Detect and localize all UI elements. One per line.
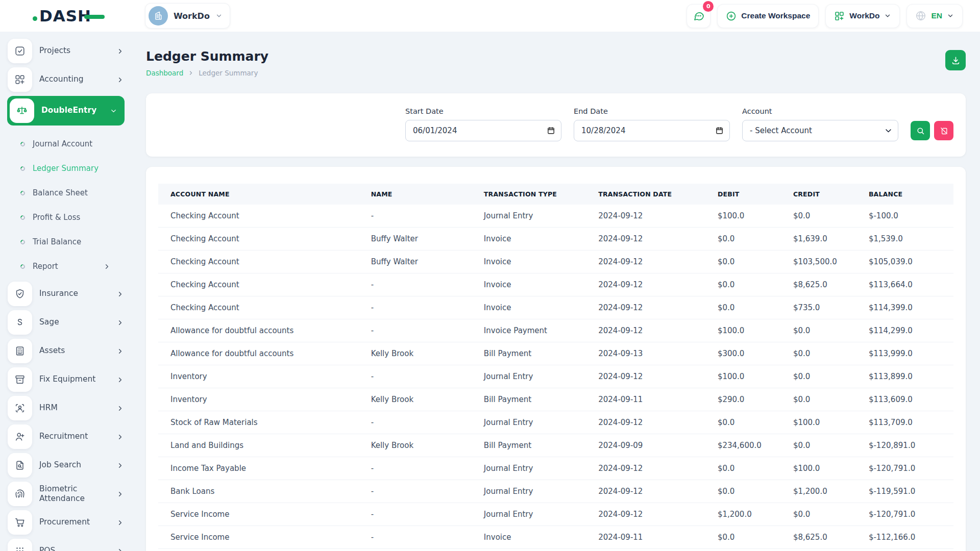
sidebar-subitem-label: Balance Sheet [33,188,88,197]
table-cell: $0.0 [781,388,856,411]
sidebar-item-hrm[interactable]: HRM [8,396,124,420]
brand-logo: DASH [33,8,133,24]
breadcrumb-dashboard-link[interactable]: Dashboard [146,69,183,77]
table-cell: Invoice [472,526,586,549]
sidebar-item-label: Fix Equipment [39,374,109,384]
chevron-right-icon [116,433,124,441]
apply-filter-button[interactable] [911,121,930,140]
end-date-label: End Date [574,107,730,115]
end-date-input[interactable] [574,120,730,141]
table-cell: 2024-09-11 [586,526,705,549]
sidebar-item-procurement[interactable]: Procurement [8,510,124,535]
table-row: Allowance for doubtful accountsKelly Bro… [158,342,953,365]
table-row: Checking Account-Journal Entry2024-09-12… [158,205,953,228]
sidebar-subitem-label: Trial Balance [33,237,81,246]
table-cell: Allowance for doubtful accounts [158,319,359,342]
chevron-right-icon [116,347,124,355]
table-cell: 2024-09-13 [586,342,705,365]
reset-filter-button[interactable] [934,121,953,140]
sidebar-item-label: Biometric Attendance [39,484,109,504]
table-cell: $113,609.0 [856,388,953,411]
sidebar-item-doubleentry[interactable]: DoubleEntry [7,96,125,126]
table-cell: $114,399.0 [856,296,953,319]
bullet-icon [19,239,26,245]
language-selector[interactable]: EN [906,4,963,28]
sidebar-subitem-journal-account[interactable]: Journal Account [20,132,124,156]
table-cell: $100.0 [705,319,781,342]
sidebar-item-accounting[interactable]: Accounting [8,67,124,92]
table-cell: $100.0 [781,457,856,480]
table-cell: Checking Account [158,228,359,251]
sidebar-item-sage[interactable]: Sage [8,310,124,335]
sidebar-item-insurance[interactable]: Insurance [8,282,124,306]
sidebar-subitem-profit-loss[interactable]: Profit & Loss [20,205,124,230]
account-select[interactable]: - Select Account [742,120,898,141]
start-date-input[interactable] [405,120,561,141]
create-workspace-label: Create Workspace [741,11,810,20]
sidebar-item-assets[interactable]: Assets [8,339,124,363]
table-cell: Service Income [158,526,359,549]
chevron-right-icon [116,490,124,498]
table-cell: $1,200.0 [781,480,856,503]
bullet-icon [19,190,26,196]
page-title: Ledger Summary [146,49,268,64]
sidebar-item-label: HRM [39,403,109,413]
table-cell: Land and Buildings [158,434,359,457]
start-date-field: Start Date [405,107,561,141]
procurement-icon [8,510,32,535]
sidebar-item-label: Procurement [39,517,109,527]
account-label: Account [742,107,898,115]
table-cell: - [359,273,472,296]
table-row: Stock of Raw Materials-Journal Entry2024… [158,411,953,434]
insurance-icon [8,282,32,306]
export-download-button[interactable] [945,50,966,70]
table-cell: Income Tax Payable [158,457,359,480]
sidebar-item-pos[interactable]: POS [8,539,124,551]
workdo-menu-button[interactable]: WorkDo [825,4,900,28]
sidebar-item-job-search[interactable]: Job Search [8,453,124,478]
biometric-icon [8,482,32,506]
filter-actions [911,121,953,141]
sidebar-item-biometric-attendance[interactable]: Biometric Attendance [8,482,124,506]
table-cell: $0.0 [705,457,781,480]
sidebar-item-projects[interactable]: Projects [8,39,124,63]
sidebar-subitem-report[interactable]: Report [20,254,124,279]
table-cell: $-119,591.0 [856,480,953,503]
accounting-icon [8,67,32,92]
sidebar-subitem-trial-balance[interactable]: Trial Balance [20,230,124,254]
messages-button[interactable]: 0 [687,4,710,28]
table-cell: Kelly Brook [359,388,472,411]
sidebar-item-fix-equipment[interactable]: Fix Equipment [8,367,124,392]
table-row: Income Tax Payable-Journal Entry2024-09-… [158,457,953,480]
sidebar-subitem-balance-sheet[interactable]: Balance Sheet [20,181,124,205]
table-cell: $300.0 [705,342,781,365]
table-cell: 2024-09-11 [586,388,705,411]
table-row: Bank Loans-Journal Entry2024-09-12$0.0$1… [158,480,953,503]
table-cell: $-120,791.0 [856,457,953,480]
table-cell: Kelly Brook [359,434,472,457]
sidebar-item-label: Job Search [39,460,109,470]
workspace-switcher[interactable]: WorkDo [145,3,230,29]
column-header-balance: BALANCE [856,184,953,205]
table-cell: 2024-09-12 [586,457,705,480]
hrm-icon [8,396,32,420]
table-cell: - [359,411,472,434]
double-entry-icon [10,98,34,123]
chevron-right-icon [188,70,194,76]
sidebar-item-recruitment[interactable]: Recruitment [8,424,124,449]
search-icon [916,127,925,135]
ledger-table: ACCOUNT NAMENAMETRANSACTION TYPETRANSACT… [158,184,953,549]
chevron-right-icon [116,405,124,412]
table-cell: $0.0 [705,251,781,273]
table-cell: $0.0 [781,205,856,228]
globe-icon [915,10,926,21]
chevron-down-icon [884,12,891,19]
table-cell: $234,600.0 [705,434,781,457]
sidebar-subitem-label: Profit & Loss [33,213,80,222]
table-cell: Inventory [158,365,359,388]
create-workspace-button[interactable]: Create Workspace [717,4,819,28]
table-row: Land and BuildingsKelly BrookBill Paymen… [158,434,953,457]
table-cell: $100.0 [705,365,781,388]
table-row: Allowance for doubtful accounts-Invoice … [158,319,953,342]
sidebar-subitem-ledger-summary[interactable]: Ledger Summary [20,156,124,181]
